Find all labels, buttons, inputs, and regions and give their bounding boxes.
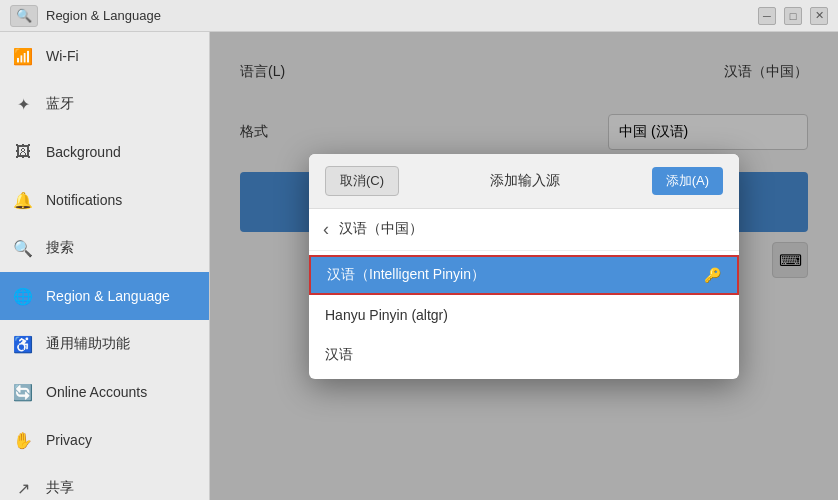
sidebar-label-bluetooth: 蓝牙 — [46, 95, 74, 113]
dialog-title: 添加输入源 — [490, 172, 560, 190]
title-bar-left: 🔍 Region & Language — [10, 5, 161, 27]
window-title: Region & Language — [46, 8, 161, 23]
sidebar-label-share: 共享 — [46, 479, 74, 497]
sidebar-label-wifi: Wi-Fi — [46, 48, 79, 64]
list-item-hanyu-pinyin[interactable]: Hanyu Pinyin (altgr) — [309, 295, 739, 335]
accessibility-icon: ♿ — [12, 335, 34, 354]
sidebar-item-wifi[interactable]: 📶 Wi-Fi — [0, 32, 209, 80]
dialog-add-button[interactable]: 添加(A) — [652, 167, 723, 195]
maximize-button[interactable]: □ — [784, 7, 802, 25]
sidebar-label-notifications: Notifications — [46, 192, 122, 208]
region-icon: 🌐 — [12, 287, 34, 306]
notifications-icon: 🔔 — [12, 191, 34, 210]
sidebar-label-search: 搜索 — [46, 239, 74, 257]
window-controls: ─ □ ✕ — [758, 7, 828, 25]
wifi-icon: 📶 — [12, 47, 34, 66]
item-label-chinese: 汉语 — [325, 346, 353, 364]
close-button[interactable]: ✕ — [810, 7, 828, 25]
privacy-icon: ✋ — [12, 431, 34, 450]
background-icon: 🖼 — [12, 143, 34, 161]
sidebar-label-online-accounts: Online Accounts — [46, 384, 147, 400]
back-arrow-icon[interactable]: ‹ — [323, 219, 329, 240]
sidebar-item-share[interactable]: ↗ 共享 — [0, 464, 209, 500]
list-item-chinese[interactable]: 汉语 — [309, 335, 739, 375]
main-layout: 📶 Wi-Fi ✦ 蓝牙 🖼 Background 🔔 Notification… — [0, 32, 838, 500]
item-label-hanyu-pinyin: Hanyu Pinyin (altgr) — [325, 307, 448, 323]
dialog-nav: ‹ 汉语（中国） — [309, 209, 739, 251]
list-item-intelligent-pinyin[interactable]: 汉语（Intelligent Pinyin） 🔑 — [309, 255, 739, 295]
dialog-header: 取消(C) 添加输入源 添加(A) — [309, 154, 739, 209]
sidebar-label-privacy: Privacy — [46, 432, 92, 448]
item-label-intelligent-pinyin: 汉语（Intelligent Pinyin） — [327, 266, 485, 284]
add-input-source-dialog: 取消(C) 添加输入源 添加(A) ‹ 汉语（中国） 汉语（Intelligen… — [309, 154, 739, 379]
modal-backdrop: 取消(C) 添加输入源 添加(A) ‹ 汉语（中国） 汉语（Intelligen… — [210, 32, 838, 500]
sidebar-label-background: Background — [46, 144, 121, 160]
bluetooth-icon: ✦ — [12, 95, 34, 114]
dialog-nav-title: 汉语（中国） — [339, 220, 423, 238]
content-area: 语言(L) 汉语（中国） 格式 中国 (汉语) ⌨ — [210, 32, 838, 500]
item-icon-intelligent-pinyin: 🔑 — [704, 267, 721, 283]
share-icon: ↗ — [12, 479, 34, 498]
sidebar-item-search[interactable]: 🔍 搜索 — [0, 224, 209, 272]
sidebar-item-accessibility[interactable]: ♿ 通用辅助功能 — [0, 320, 209, 368]
dialog-list: 汉语（Intelligent Pinyin） 🔑 Hanyu Pinyin (a… — [309, 251, 739, 379]
search-icon: 🔍 — [16, 8, 32, 23]
sidebar-item-online-accounts[interactable]: 🔄 Online Accounts — [0, 368, 209, 416]
sidebar: 📶 Wi-Fi ✦ 蓝牙 🖼 Background 🔔 Notification… — [0, 32, 210, 500]
sidebar-item-privacy[interactable]: ✋ Privacy — [0, 416, 209, 464]
sidebar-item-notifications[interactable]: 🔔 Notifications — [0, 176, 209, 224]
sidebar-label-accessibility: 通用辅助功能 — [46, 335, 130, 353]
sidebar-label-region: Region & Language — [46, 288, 170, 304]
sidebar-item-region[interactable]: 🌐 Region & Language — [0, 272, 209, 320]
sidebar-item-bluetooth[interactable]: ✦ 蓝牙 — [0, 80, 209, 128]
online-accounts-icon: 🔄 — [12, 383, 34, 402]
dialog-cancel-button[interactable]: 取消(C) — [325, 166, 399, 196]
title-bar: 🔍 Region & Language ─ □ ✕ — [0, 0, 838, 32]
sidebar-item-background[interactable]: 🖼 Background — [0, 128, 209, 176]
title-search-button[interactable]: 🔍 — [10, 5, 38, 27]
search-sidebar-icon: 🔍 — [12, 239, 34, 258]
minimize-button[interactable]: ─ — [758, 7, 776, 25]
